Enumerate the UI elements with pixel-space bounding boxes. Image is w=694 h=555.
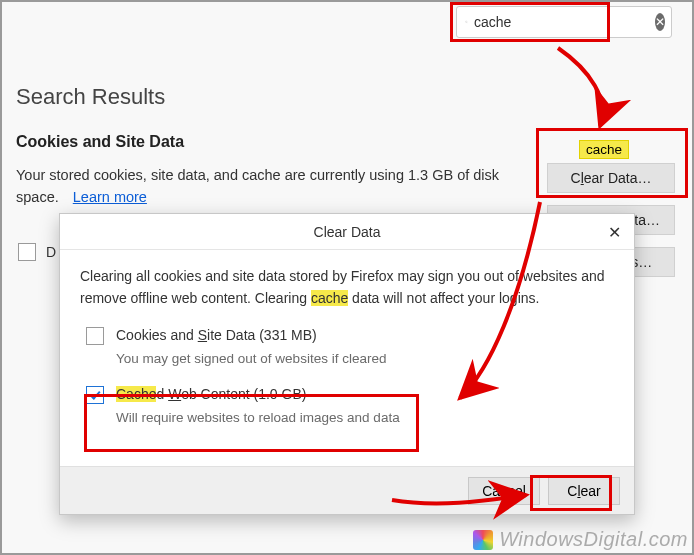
svg-point-0 (466, 21, 468, 23)
dialog-titlebar: Clear Data ✕ (60, 214, 634, 250)
checkbox-icon[interactable] (86, 327, 104, 345)
option-label: Cookies and Site Data (331 MB) (116, 327, 317, 343)
checkbox-label: D (46, 244, 56, 260)
clear-data-dialog: Clear Data ✕ Clearing all cookies and si… (59, 213, 635, 515)
section-title-cookies: Cookies and Site Data (16, 133, 184, 151)
clear-search-icon[interactable]: ✕ (655, 13, 665, 31)
checkbox-icon[interactable] (18, 243, 36, 261)
search-input-wrap[interactable]: ✕ (456, 6, 672, 38)
dialog-title: Clear Data (314, 224, 381, 240)
search-icon (465, 15, 468, 29)
search-input[interactable] (474, 14, 649, 30)
option-cookies-sitedata[interactable]: Cookies and Site Data (331 MB) You may g… (80, 315, 614, 374)
learn-more-link[interactable]: Learn more (73, 189, 147, 205)
dialog-description: Clearing all cookies and site data store… (80, 266, 614, 309)
svg-line-1 (467, 22, 468, 23)
option-sublabel: You may get signed out of websites if cl… (116, 349, 386, 370)
dialog-footer: Cancel Clear (60, 466, 634, 514)
watermark: WindowsDigital.com (473, 528, 688, 551)
search-results-heading: Search Results (16, 84, 165, 110)
search-match-tooltip: cache (579, 140, 629, 159)
delete-on-close-checkbox[interactable]: D (18, 243, 56, 261)
watermark-logo-icon (473, 530, 493, 550)
option-label: Cached Web Content (1.0 GB) (116, 386, 306, 402)
clear-button[interactable]: Clear (548, 477, 620, 505)
option-cached-web-content[interactable]: Cached Web Content (1.0 GB) Will require… (80, 374, 614, 433)
cancel-button[interactable]: Cancel (468, 477, 540, 505)
section-description: Your stored cookies, site data, and cach… (16, 164, 516, 209)
checkbox-icon[interactable] (86, 386, 104, 404)
close-icon[interactable]: ✕ (602, 220, 626, 244)
option-sublabel: Will require websites to reload images a… (116, 408, 400, 429)
clear-data-button[interactable]: Clear Data… (547, 163, 675, 193)
